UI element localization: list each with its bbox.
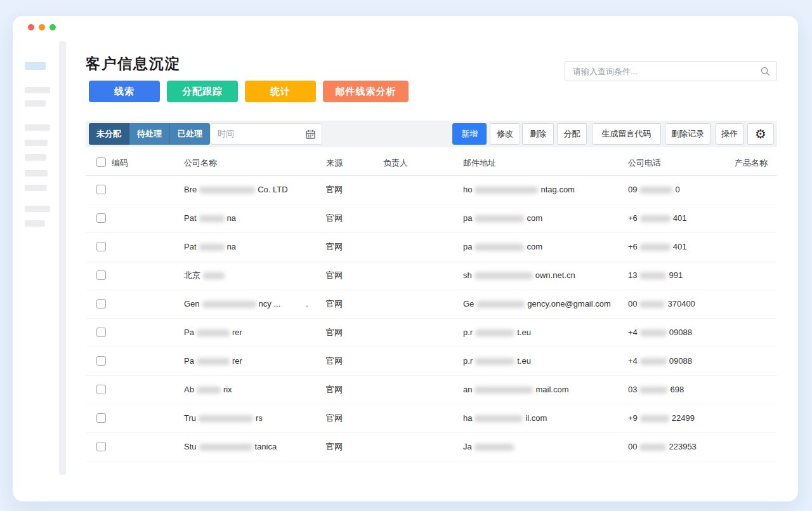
table-row: Parer 官网 p.rt.eu +409088 [86, 347, 777, 376]
column-header: 编码 [112, 151, 128, 175]
cell-company-name: Patna [184, 204, 236, 232]
sidebar-item-active[interactable] [25, 62, 46, 70]
cell-source: 官网 [326, 233, 343, 261]
row-checkbox[interactable] [96, 213, 106, 223]
table-row: Patna 官网 pacom +6401 [86, 204, 777, 233]
maximize-button[interactable] [49, 24, 56, 30]
row-checkbox[interactable] [96, 442, 106, 451]
status-tab[interactable]: 待处理 [129, 123, 170, 145]
redacted-text [475, 329, 514, 336]
row-checkbox[interactable] [96, 328, 106, 337]
redacted-text [197, 329, 230, 336]
redacted-text [640, 215, 671, 222]
cell-phone: +6401 [628, 233, 687, 261]
redacted-text [640, 415, 669, 422]
redacted-text [639, 272, 666, 279]
cell-company-name: 北京 [184, 262, 227, 289]
settings-button[interactable]: ⚙ [747, 123, 774, 145]
redacted-text [475, 187, 538, 194]
sidebar-divider [59, 41, 66, 475]
redacted-text [475, 272, 533, 279]
status-tab[interactable]: 未分配 [89, 123, 129, 145]
gear-icon: ⚙ [755, 128, 766, 140]
cell-source: 官网 [326, 376, 343, 404]
column-header: 来源 [326, 151, 343, 175]
cell-email: pacom [463, 233, 542, 261]
row-checkbox[interactable] [96, 299, 106, 309]
table-row: Patna 官网 pacom +6401 [86, 233, 777, 262]
cell-company-name: Stutanica [184, 433, 277, 461]
app-window: 客户信息沉淀 线索分配跟踪统计邮件线索分析 未分配待处理已处理 时间 [13, 16, 798, 501]
cell-source: 官网 [326, 290, 343, 318]
redacted-text [640, 358, 667, 365]
toolbar-button[interactable]: 删除 [522, 123, 554, 145]
page-title: 客户信息沉淀 [86, 54, 181, 74]
cell-phone: 00223953 [628, 433, 697, 461]
toolbar-button[interactable]: 新增 [452, 123, 487, 145]
cell-company-name: Genncy .... [184, 290, 308, 318]
table-row: Abrix 官网 anmail.com 03698 [86, 376, 777, 404]
row-checkbox[interactable] [96, 385, 106, 394]
cell-email: Ja [463, 433, 516, 461]
select-all-checkbox[interactable] [96, 157, 106, 167]
sidebar-item[interactable] [25, 220, 45, 227]
nav-button[interactable]: 分配跟踪 [167, 81, 238, 102]
status-tab[interactable]: 已处理 [170, 123, 210, 145]
desktop-background: 客户信息沉淀 线索分配跟踪统计邮件线索分析 未分配待处理已处理 时间 [0, 0, 812, 511]
cell-phone: +6401 [628, 204, 687, 232]
search-icon[interactable] [761, 67, 770, 76]
row-checkbox[interactable] [96, 413, 106, 423]
redacted-text [475, 358, 514, 365]
search-input[interactable] [572, 66, 761, 77]
toolbar-button[interactable]: 分配 [557, 123, 587, 145]
minimize-button[interactable] [39, 24, 45, 30]
sidebar-item[interactable] [25, 185, 47, 191]
sidebar-item[interactable] [25, 206, 50, 212]
cell-phone: 090 [628, 176, 680, 204]
nav-button[interactable]: 线索 [89, 81, 160, 102]
sidebar-item[interactable] [25, 87, 50, 93]
table-row: Trurs 官网 hail.com +922499 [86, 404, 777, 433]
redacted-text [640, 329, 667, 336]
redacted-text [199, 444, 252, 451]
sidebar-item[interactable] [25, 140, 48, 146]
sidebar-item[interactable] [25, 100, 46, 107]
close-button[interactable] [28, 24, 34, 30]
sidebar-item[interactable] [25, 124, 50, 131]
cell-phone: +922499 [628, 404, 695, 432]
redacted-text [476, 301, 525, 308]
row-checkbox[interactable] [96, 185, 106, 194]
date-input[interactable]: 时间 [211, 123, 322, 145]
calendar-icon[interactable] [306, 129, 315, 139]
redacted-text [197, 387, 221, 394]
redacted-text [639, 301, 665, 308]
nav-button[interactable]: 邮件线索分析 [323, 81, 409, 102]
cell-email: Gegency.one@gmail.com [463, 290, 611, 318]
table-header-row: 编码公司名称来源负责人邮件地址公司电话产品名称 [86, 151, 777, 176]
cell-source: 官网 [326, 347, 343, 375]
redacted-text [475, 387, 533, 394]
table-row: Stutanica 官网 Ja 00223953 [86, 433, 777, 461]
column-header: 负责人 [383, 151, 408, 175]
cell-company-name: Trurs [184, 404, 263, 432]
cell-company-name: Patna [184, 233, 236, 261]
toolbar-button[interactable]: 删除记录 [665, 123, 710, 145]
cell-company-name: Parer [184, 347, 242, 375]
table-row: Parer 官网 p.rt.eu +409088 [86, 319, 777, 347]
row-checkbox[interactable] [96, 242, 106, 251]
table-row: BreCo. LTD 官网 hontag.com 090 [86, 176, 777, 204]
toolbar-button[interactable]: 修改 [490, 123, 520, 145]
redacted-text [475, 444, 514, 451]
sidebar-item[interactable] [25, 154, 46, 161]
row-checkbox[interactable] [96, 270, 106, 280]
window-controls [28, 24, 56, 30]
cell-email: pacom [463, 204, 542, 232]
cell-source: 官网 [326, 262, 343, 289]
cell-email: p.rt.eu [463, 347, 531, 375]
sidebar-item[interactable] [25, 170, 48, 176]
nav-button[interactable]: 统计 [245, 81, 316, 102]
row-checkbox[interactable] [96, 356, 106, 366]
toolbar-button[interactable]: 生成留言代码 [592, 123, 661, 145]
toolbar-button[interactable]: 操作 [716, 123, 743, 145]
redacted-text [203, 272, 225, 279]
